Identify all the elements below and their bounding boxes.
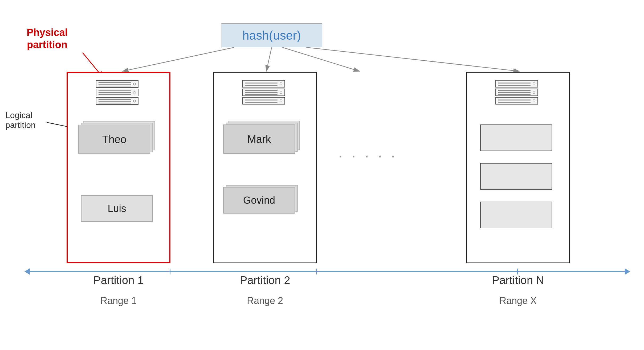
partition-2: Mark Govind — [213, 72, 317, 263]
server-icon-p2 — [242, 80, 288, 106]
theo-card: Theo — [78, 125, 150, 154]
govind-page-stack: Govind — [223, 187, 295, 214]
range-x-label: Range X — [466, 295, 570, 306]
disk-row — [96, 89, 138, 96]
dots-label: · · · · · — [338, 146, 397, 165]
partition-1-label: Partition 1 — [67, 274, 170, 287]
partition-2-label: Partition 2 — [213, 274, 317, 287]
mark-card: Mark — [223, 124, 295, 154]
svg-line-1 — [123, 47, 234, 71]
range-2-label: Range 2 — [213, 295, 317, 306]
disk-row — [96, 97, 138, 105]
empty-box-1 — [480, 124, 552, 151]
theo-page-stack: Theo — [78, 125, 150, 154]
svg-line-4 — [306, 47, 519, 71]
tick-1 — [170, 269, 170, 274]
axis-arrow-left — [25, 268, 30, 275]
partition-n-label: Partition N — [466, 274, 570, 287]
hash-box-label: hash(user) — [242, 28, 301, 43]
tick-2 — [316, 269, 317, 274]
partition-1: Theo Luis — [67, 72, 170, 263]
diagram-container: hash(user) Physical partition Logical pa… — [0, 0, 644, 350]
empty-box-2 — [480, 163, 552, 190]
physical-partition-label: Physical partition — [27, 27, 68, 51]
svg-line-2 — [266, 47, 272, 71]
disk-row — [96, 80, 138, 88]
server-icon-p1 — [96, 80, 141, 106]
govind-card: Govind — [223, 187, 295, 214]
range-1-label: Range 1 — [67, 295, 170, 306]
axis-line — [27, 271, 626, 272]
axis-arrow-right — [625, 268, 630, 275]
logical-partition-label: Logical partition — [5, 110, 36, 130]
empty-box-3 — [480, 202, 552, 228]
mark-page-stack: Mark — [223, 124, 295, 154]
svg-line-3 — [282, 47, 360, 71]
hash-box: hash(user) — [221, 23, 322, 47]
tick-3 — [517, 269, 518, 274]
partition-n — [466, 72, 570, 263]
server-icon-pn — [495, 80, 541, 106]
luis-card: Luis — [81, 195, 153, 222]
